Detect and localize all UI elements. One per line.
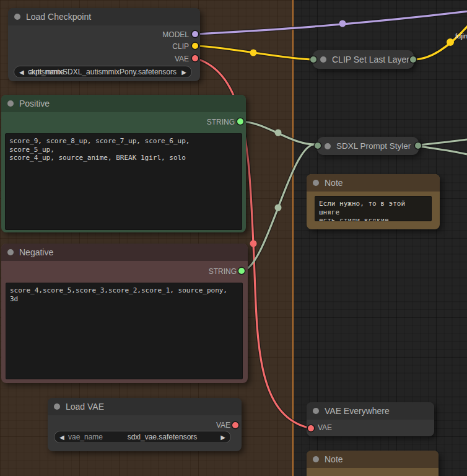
collapse-dot-icon[interactable]	[313, 180, 319, 186]
positive-link-dot[interactable]	[275, 130, 282, 136]
node-title: Load Checkpoint	[26, 12, 91, 22]
node-negative[interactable]: Negative STRING score_4,score_5,score_3,…	[1, 244, 248, 383]
node-title: Positive	[19, 99, 50, 108]
node-load-vae[interactable]: Load VAE VAE ◀ vae_name sdxl_vae.safeten…	[48, 398, 242, 451]
node-negative-titlebar[interactable]: Negative	[1, 244, 248, 261]
node-note-styles[interactable]: Note Если нужно, то в этой шняге есть ст…	[307, 174, 440, 229]
node-title: Note	[325, 178, 343, 188]
prev-value-icon[interactable]: ◀	[19, 66, 24, 77]
collapse-dot-icon[interactable]	[14, 14, 20, 20]
ckpt-name-value: autismmixSDXL_autismmixPony.safetensors	[14, 68, 191, 76]
collapsed-output-port[interactable]	[415, 143, 421, 149]
wire-label: fujin	[455, 32, 467, 40]
prev-value-icon[interactable]: ◀	[59, 431, 64, 443]
node-load-checkpoint-titlebar[interactable]: Load Checkpoint	[8, 8, 200, 25]
clip-link-dot-1[interactable]	[250, 50, 257, 56]
node-vae-everywhere-titlebar[interactable]: VAE Everywhere	[307, 402, 434, 420]
model-output-port[interactable]	[192, 31, 198, 37]
node-title: Note	[325, 454, 343, 464]
output-string-label: STRING	[207, 118, 235, 126]
vae-name-label: vae_name	[68, 433, 103, 441]
output-string-label: STRING	[209, 267, 237, 276]
input-vae-label: VAE	[318, 423, 332, 432]
vae-output-port[interactable]	[232, 422, 238, 428]
ckpt-name-combo[interactable]: ◀ ckpt_name autismmixSDXL_autismmixPony.…	[14, 66, 192, 78]
styler-out-wire-2[interactable]	[419, 146, 467, 154]
node-positive-titlebar[interactable]: Positive	[1, 95, 246, 112]
vae-input-port[interactable]	[308, 425, 314, 431]
node-sdxl-prompt-styler[interactable]: SDXL Prompt Styler	[317, 137, 419, 155]
string-output-port[interactable]	[238, 268, 245, 274]
node-title: Negative	[19, 247, 53, 257]
node-title: SDXL Prompt Styler	[336, 141, 411, 151]
clip-wire2-outline	[414, 21, 467, 60]
model-link-dot[interactable]	[339, 20, 346, 27]
node-vae-everywhere[interactable]: VAE Everywhere VAE	[307, 402, 434, 436]
node-title: CLIP Set Last Layer	[332, 55, 409, 64]
positive-prompt-textarea[interactable]: score_9, score_8_up, score_7_up, score_6…	[5, 133, 242, 230]
node-title: Load VAE	[66, 402, 104, 412]
node-title: VAE Everywhere	[325, 406, 390, 416]
vae-name-combo[interactable]: ◀ vae_name sdxl_vae.safetensors ▶	[54, 431, 231, 443]
clip-link-dot-2[interactable]	[447, 38, 454, 46]
collapsed-input-port[interactable]	[310, 56, 316, 63]
collapse-dot-icon[interactable]	[7, 100, 14, 107]
collapsed-input-port[interactable]	[315, 143, 321, 149]
string-output-port[interactable]	[237, 118, 243, 125]
model-wire-outline	[195, 9, 467, 34]
vae-output-port[interactable]	[192, 55, 198, 61]
vae-name-value: sdxl_vae.safetensors	[110, 433, 214, 441]
node-load-vae-titlebar[interactable]: Load VAE	[48, 398, 242, 415]
node-note-titlebar[interactable]: Note	[307, 174, 440, 192]
node-clip-set-last-layer[interactable]: CLIP Set Last Layer	[313, 50, 414, 69]
collapse-dot-icon[interactable]	[313, 456, 319, 462]
output-model-label: MODEL	[162, 30, 189, 39]
collapsed-output-port[interactable]	[410, 56, 416, 63]
node-load-checkpoint[interactable]: Load Checkpoint MODEL CLIP VAE ◀ ckpt_na…	[8, 8, 200, 81]
node-sdxl-prompt-styler-titlebar[interactable]: SDXL Prompt Styler	[317, 137, 419, 155]
clip-wire-2[interactable]	[414, 21, 467, 60]
node-graph-canvas[interactable]: fujin Load Checkpoint MODEL CLIP VAE ◀ c…	[0, 0, 467, 476]
clip-output-port[interactable]	[192, 43, 198, 49]
next-value-icon[interactable]: ▶	[181, 66, 186, 77]
collapse-dot-icon[interactable]	[320, 56, 326, 63]
node-note-bottom[interactable]: Note	[307, 451, 439, 476]
collapse-dot-icon[interactable]	[325, 143, 331, 149]
output-vae-label: VAE	[175, 55, 189, 63]
vae-link-dot[interactable]	[250, 240, 257, 247]
next-value-icon[interactable]: ▶	[220, 431, 225, 443]
node-clip-set-last-layer-titlebar[interactable]: CLIP Set Last Layer	[313, 50, 414, 69]
note-text[interactable]: Если нужно, то в этой шняге есть стили в…	[315, 196, 432, 221]
collapse-dot-icon[interactable]	[54, 403, 60, 410]
output-clip-label: CLIP	[172, 42, 189, 51]
node-note-titlebar[interactable]: Note	[307, 451, 439, 468]
output-vae-label: VAE	[216, 421, 230, 430]
negative-link-dot[interactable]	[275, 205, 282, 211]
collapse-dot-icon[interactable]	[313, 408, 319, 414]
node-positive[interactable]: Positive STRING score_9, score_8_up, sco…	[1, 95, 246, 232]
negative-prompt-textarea[interactable]: score_4,score_5,score_3,score_2,score_1,…	[6, 283, 243, 379]
collapse-dot-icon[interactable]	[7, 249, 14, 255]
